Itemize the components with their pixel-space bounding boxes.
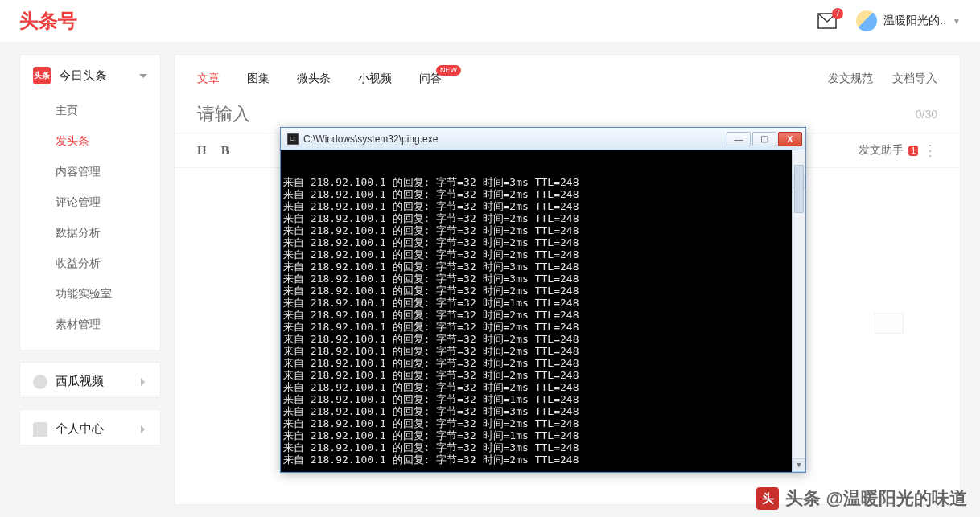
tab[interactable]: 图集: [247, 72, 270, 86]
xigua-icon: [33, 375, 47, 389]
section-head-toutiao[interactable]: 头条 今日头条: [20, 55, 160, 92]
mail-badge: 7: [832, 8, 843, 19]
more-icon[interactable]: ⋮: [923, 142, 937, 159]
terminal-icon: C:: [287, 133, 299, 145]
tab-action[interactable]: 发文规范: [828, 72, 873, 86]
sidebar-section-toutiao: 头条 今日头条 主页发头条内容管理评论管理数据分析收益分析功能实验室素材管理: [19, 55, 161, 351]
user-menu[interactable]: 温暖阳光的.. ▼: [856, 10, 961, 31]
heading-button[interactable]: H: [197, 144, 207, 158]
title-input[interactable]: [197, 104, 903, 125]
content-tabs: 文章图集微头条小视频问答NEW发文规范文档导入: [175, 55, 960, 96]
scroll-thumb[interactable]: [794, 165, 804, 213]
tab-action[interactable]: 文档导入: [892, 72, 937, 86]
sidebar-item[interactable]: 素材管理: [20, 310, 160, 340]
sidebar-item[interactable]: 发头条: [20, 126, 160, 157]
person-icon: [33, 422, 47, 437]
site-logo: 头条号: [19, 8, 77, 34]
tab-actions: 发文规范文档导入: [828, 72, 937, 86]
new-badge: NEW: [436, 65, 461, 76]
sidebar-item[interactable]: 数据分析: [20, 218, 160, 248]
tab[interactable]: 问答NEW: [419, 72, 442, 86]
topbar-right: 7 温暖阳光的.. ▼: [817, 10, 961, 31]
watermark-text: 头条 @温暖阳光的味道: [785, 486, 967, 511]
user-name: 温暖阳光的..: [883, 14, 946, 28]
sidebar-item[interactable]: 评论管理: [20, 187, 160, 218]
section-title: 今日头条: [59, 68, 107, 84]
sidebar-item[interactable]: 功能实验室: [20, 279, 160, 310]
char-counter: 0/30: [916, 108, 937, 121]
terminal-body[interactable]: 来自 218.92.100.1 的回复: 字节=32 时间=3ms TTL=24…: [281, 150, 805, 472]
sidebar-item[interactable]: 内容管理: [20, 157, 160, 187]
avatar: [856, 10, 877, 31]
mail-button[interactable]: 7: [817, 13, 837, 29]
terminal-output: 来自 218.92.100.1 的回复: 字节=32 时间=3ms TTL=24…: [283, 176, 803, 466]
terminal-title: C:\Windows\system32\ping.exe: [303, 133, 438, 145]
sidebar-section-personal: 个人中心: [19, 409, 161, 445]
sidebar-item[interactable]: 主页: [20, 96, 160, 126]
helper-badge: 1: [908, 146, 918, 156]
tab[interactable]: 文章: [197, 72, 220, 86]
tab[interactable]: 微头条: [297, 72, 331, 86]
terminal-titlebar[interactable]: C: C:\Windows\system32\ping.exe — ▢ X: [281, 128, 805, 150]
minimize-button[interactable]: —: [727, 132, 751, 146]
close-button[interactable]: X: [778, 132, 802, 146]
sidebar-menu: 主页发头条内容管理评论管理数据分析收益分析功能实验室素材管理: [20, 92, 160, 350]
section-title: 西瓜视频: [56, 374, 104, 389]
tab[interactable]: 小视频: [358, 72, 392, 86]
topbar: 头条号 7 温暖阳光的.. ▼: [0, 0, 980, 42]
helper-button[interactable]: 发文助手 1 ⋮: [859, 142, 937, 159]
helper-label: 发文助手: [859, 143, 904, 158]
toutiao-badge-icon: 头条: [33, 67, 51, 84]
sidebar: 头条 今日头条 主页发头条内容管理评论管理数据分析收益分析功能实验室素材管理 西…: [19, 55, 161, 505]
chevron-down-icon: ▼: [953, 17, 961, 26]
watermark: 头 头条 @温暖阳光的味道: [756, 486, 967, 511]
scroll-down-icon[interactable]: ▼: [793, 458, 805, 472]
sidebar-section-xigua: 西瓜视频: [19, 362, 161, 398]
terminal-window: C: C:\Windows\system32\ping.exe — ▢ X 来自…: [280, 127, 806, 473]
watermark-logo-icon: 头: [756, 487, 779, 510]
section-head-xigua[interactable]: 西瓜视频: [20, 363, 160, 397]
section-title: 个人中心: [56, 421, 104, 437]
window-buttons: — ▢ X: [727, 132, 802, 146]
maximize-button[interactable]: ▢: [752, 132, 776, 146]
small-box: [875, 313, 904, 334]
bold-button[interactable]: B: [221, 144, 229, 158]
section-head-personal[interactable]: 个人中心: [20, 410, 160, 445]
sidebar-item[interactable]: 收益分析: [20, 248, 160, 279]
scrollbar[interactable]: ▲ ▼: [792, 150, 805, 472]
